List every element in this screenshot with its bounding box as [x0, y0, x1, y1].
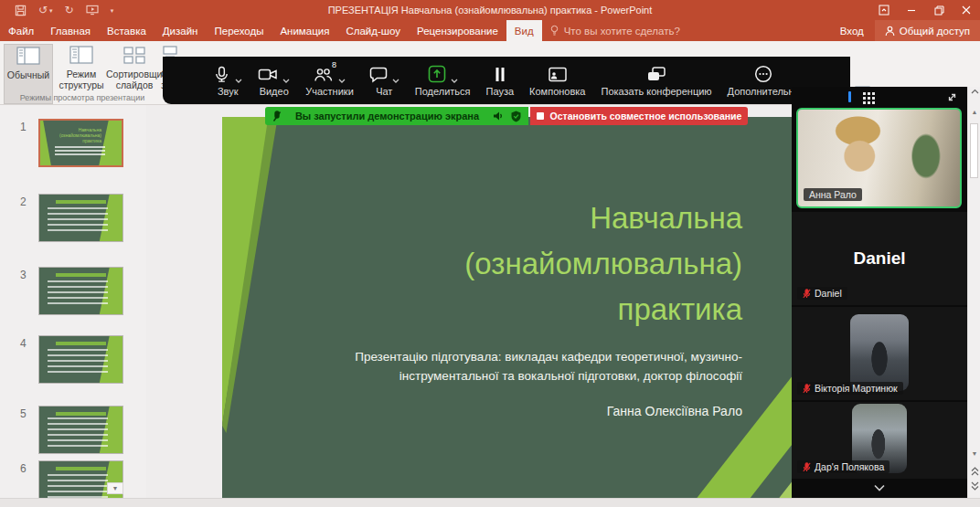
save-icon[interactable]: [15, 5, 27, 16]
scroll-up-icon[interactable]: ▲: [968, 109, 980, 115]
thumbnail-text-lines: [48, 349, 108, 376]
panel-scroll-down-icon[interactable]: [861, 481, 898, 495]
share-document-button[interactable]: Общий доступ: [875, 20, 980, 41]
restore-icon[interactable]: [925, 0, 953, 20]
participants-icon: [314, 66, 334, 83]
screen-share-message: Вы запустили демонстрацию экрана: [289, 111, 485, 121]
undo-icon[interactable]: ↺▾: [38, 5, 53, 16]
slide-title[interactable]: Навчальна (ознайомлювальна) практика: [277, 195, 742, 333]
expand-panel-icon[interactable]: [946, 90, 958, 107]
tab-file[interactable]: Файл: [0, 20, 42, 41]
slide-number: 5: [20, 407, 35, 420]
slide-accent-shape: [38, 119, 52, 167]
view-sorter-label: Сортировщик слайдов: [106, 69, 166, 90]
start-slideshow-icon[interactable]: [86, 5, 99, 16]
chat-bubble-icon: [369, 66, 388, 83]
redo-icon[interactable]: ↻: [65, 5, 74, 16]
pause-button[interactable]: Пауза: [486, 64, 515, 97]
screen-share-banner: Вы запустили демонстрацию экрана: [265, 107, 528, 125]
more-label: Дополнительно: [728, 86, 800, 97]
chevron-down-icon[interactable]: [282, 79, 290, 83]
participant-tile-daniel[interactable]: Daniel Daniel: [792, 212, 967, 305]
thumbnail-row: 3: [0, 267, 146, 317]
slide-number: 6: [20, 462, 35, 475]
tell-me-box[interactable]: Что вы хотите сделать?: [549, 20, 680, 41]
slide-thumbnail-1[interactable]: Навчальна(ознайомлювальна)практика: [38, 119, 123, 167]
sign-in-button[interactable]: Вход: [829, 20, 875, 41]
scrollbar-thumb[interactable]: [970, 123, 978, 178]
quick-access-toolbar: ↺▾ ↻ ▾: [0, 5, 113, 16]
view-sorter-button[interactable]: Сортировщик слайдов: [106, 44, 163, 90]
view-outline-button[interactable]: Режим структуры: [57, 44, 106, 90]
slide-number: 3: [20, 269, 35, 281]
chevron-down-icon[interactable]: [235, 79, 242, 83]
close-icon[interactable]: [953, 0, 980, 20]
chat-button[interactable]: Чат: [369, 64, 399, 97]
slide-author[interactable]: Ганна Олексіївна Рало: [277, 404, 742, 418]
tab-design[interactable]: Дизайн: [154, 20, 207, 41]
security-shield-icon[interactable]: [511, 111, 521, 122]
muted-mic-icon: [803, 289, 811, 299]
thumbnail-row: 4: [0, 335, 146, 386]
audio-button[interactable]: Звук: [213, 64, 242, 97]
chevron-down-icon[interactable]: [451, 79, 458, 83]
participants-video-panel: Анна Рало Daniel Daniel Вікторія Мартиню…: [792, 87, 967, 498]
show-meeting-icon: [646, 66, 666, 83]
collapse-ribbon-icon[interactable]: [968, 89, 980, 95]
slide-thumbnail-2[interactable]: [38, 194, 123, 242]
speaker-icon[interactable]: [493, 111, 504, 121]
share-screen-button[interactable]: Поделиться: [415, 64, 471, 97]
stop-sharing-button[interactable]: Остановить совместное использование: [530, 107, 748, 125]
participant-tile-daria[interactable]: Дар'я Полякова: [792, 402, 967, 479]
thumbnail-text-lines: [48, 280, 108, 308]
lightbulb-icon: [549, 25, 559, 37]
tab-animations[interactable]: Анимация: [272, 20, 337, 41]
slide-thumbnail-4[interactable]: [38, 335, 123, 384]
participant-tile-viktoria[interactable]: Вікторія Мартинюк: [792, 307, 967, 400]
show-meeting-label: Показать конференцию: [601, 86, 711, 97]
slide-thumbnail-3[interactable]: [38, 267, 123, 315]
vertical-scrollbar[interactable]: ▲ ▼: [967, 87, 980, 498]
gallery-view-icon[interactable]: [863, 91, 875, 108]
scroll-down-icon[interactable]: ▼: [968, 450, 980, 457]
thumbnail-scroll-down-icon[interactable]: ▼: [107, 482, 123, 494]
thumbnail-row: 5: [0, 406, 146, 456]
tab-slideshow[interactable]: Слайд-шоу: [337, 20, 409, 41]
next-slide-icon[interactable]: [968, 481, 980, 491]
slide-subtitle[interactable]: Презентацію підготувала: викладач кафедр…: [277, 347, 742, 386]
account-area: Вход Общий доступ: [829, 20, 980, 41]
share-document-label: Общий доступ: [900, 26, 970, 37]
thumbnail-title-bar: [56, 467, 106, 470]
tab-insert[interactable]: Вставка: [99, 20, 154, 41]
slide-sorter-icon: [106, 46, 163, 66]
show-meeting-button[interactable]: Показать конференцию: [601, 64, 711, 97]
powerpoint-window: ↺▾ ↻ ▾ ПРЕЗЕНТАЦІЯ Навчальна (ознайомлюв…: [0, 0, 980, 507]
chevron-down-icon[interactable]: [392, 79, 399, 83]
layout-button[interactable]: Компоновка: [529, 64, 585, 97]
tab-view[interactable]: Вид: [506, 20, 542, 41]
minimize-icon[interactable]: [898, 0, 925, 20]
layout-icon: [548, 66, 568, 83]
video-panel-header: [792, 87, 967, 107]
more-button[interactable]: Дополнительно: [728, 64, 800, 97]
tab-transitions[interactable]: Переходы: [206, 20, 272, 41]
chevron-down-icon[interactable]: [338, 79, 346, 83]
thumbnail-title-bar: [56, 273, 106, 277]
tab-review[interactable]: Рецензирование: [409, 20, 506, 41]
view-outline-label: Режим структуры: [59, 69, 103, 90]
tab-home[interactable]: Главная: [42, 20, 99, 41]
active-speaker-video[interactable]: Анна Рало: [796, 108, 962, 208]
microphone-icon: [213, 66, 230, 83]
participant-name-label: Вікторія Мартинюк: [797, 382, 903, 395]
layout-label: Компоновка: [529, 86, 585, 97]
video-button[interactable]: Видео: [258, 64, 290, 97]
pause-icon: [493, 66, 507, 83]
ribbon-display-options-icon[interactable]: [870, 0, 898, 20]
slide-thumbnail-5[interactable]: [38, 406, 123, 454]
slide-number: 1: [20, 121, 35, 133]
previous-slide-icon[interactable]: [968, 467, 980, 477]
customize-qat-icon[interactable]: ▾: [111, 7, 114, 14]
share-screen-label: Поделиться: [415, 86, 471, 97]
participants-button[interactable]: 8 Участники: [305, 64, 354, 97]
outline-view-icon: [57, 46, 106, 66]
